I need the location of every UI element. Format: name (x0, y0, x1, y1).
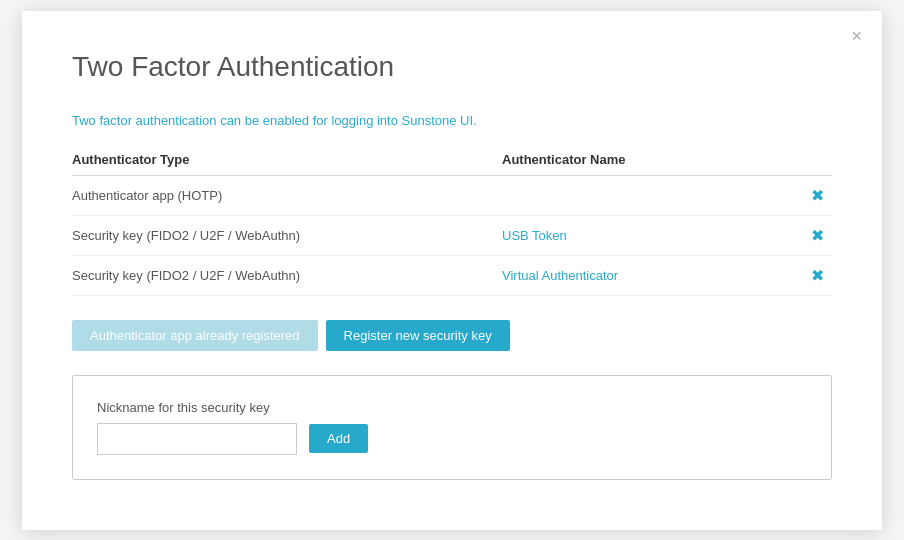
column-header-action (802, 152, 832, 167)
row-auth-name: USB Token (502, 228, 802, 243)
row-auth-name: Virtual Authenticator (502, 268, 802, 283)
column-header-type: Authenticator Type (72, 152, 502, 167)
security-key-panel: Nickname for this security key Add (72, 375, 832, 480)
modal: × Two Factor Authentication Two factor a… (22, 11, 882, 530)
nickname-input[interactable] (97, 423, 297, 455)
nickname-label: Nickname for this security key (97, 400, 807, 415)
column-header-name: Authenticator Name (502, 152, 802, 167)
table-row: Security key (FIDO2 / U2F / WebAuthn) US… (72, 216, 832, 256)
table-body: Authenticator app (HOTP) ✖ Security key … (72, 176, 832, 296)
row-type: Security key (FIDO2 / U2F / WebAuthn) (72, 228, 502, 243)
table-row: Authenticator app (HOTP) ✖ (72, 176, 832, 216)
row-type: Security key (FIDO2 / U2F / WebAuthn) (72, 268, 502, 283)
add-button[interactable]: Add (309, 424, 368, 453)
table-header: Authenticator Type Authenticator Name (72, 152, 832, 176)
close-button[interactable]: × (851, 27, 862, 45)
nickname-row: Add (97, 423, 807, 455)
register-security-key-button[interactable]: Register new security key (326, 320, 510, 351)
authenticator-app-button: Authenticator app already registered (72, 320, 318, 351)
table-row: Security key (FIDO2 / U2F / WebAuthn) Vi… (72, 256, 832, 296)
row-delete[interactable]: ✖ (802, 186, 832, 205)
delete-icon[interactable]: ✖ (811, 227, 824, 244)
button-group: Authenticator app already registered Reg… (72, 320, 832, 351)
description-text: Two factor authentication can be enabled… (72, 113, 832, 128)
row-delete[interactable]: ✖ (802, 266, 832, 285)
row-type: Authenticator app (HOTP) (72, 188, 502, 203)
delete-icon[interactable]: ✖ (811, 187, 824, 204)
page-title: Two Factor Authentication (72, 51, 832, 83)
delete-icon[interactable]: ✖ (811, 267, 824, 284)
row-delete[interactable]: ✖ (802, 226, 832, 245)
